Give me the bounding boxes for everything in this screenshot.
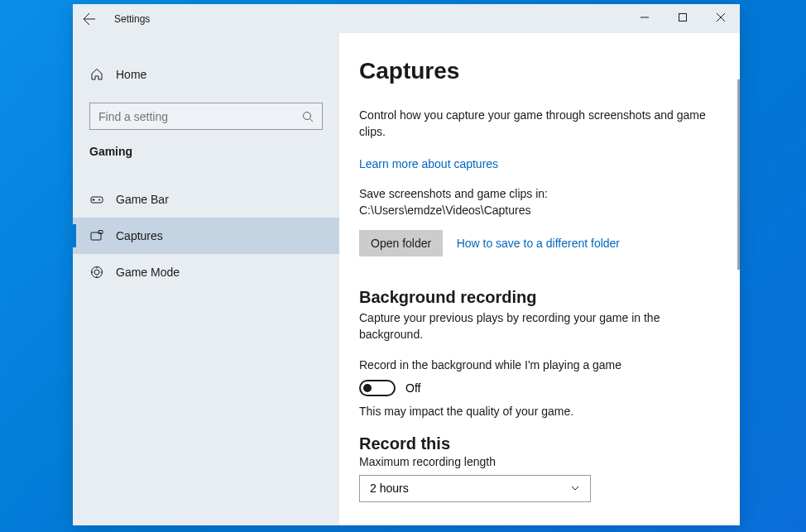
- save-location-text: Save screenshots and game clips in: C:\U…: [359, 186, 715, 218]
- scrollbar[interactable]: [737, 79, 740, 270]
- close-icon: [717, 13, 725, 22]
- record-this-heading: Record this: [359, 434, 720, 453]
- sidebar: Home Gaming Game Bar Captures: [73, 33, 339, 525]
- bg-recording-toggle[interactable]: [359, 380, 396, 396]
- sidebar-item-captures[interactable]: Captures: [73, 218, 339, 254]
- bg-recording-heading: Background recording: [359, 288, 720, 307]
- search-input-wrap[interactable]: [89, 103, 323, 130]
- svg-point-7: [94, 270, 99, 275]
- svg-rect-0: [679, 14, 687, 22]
- bg-recording-note: This may impact the quality of your game…: [359, 405, 720, 418]
- search-icon: [302, 111, 314, 122]
- sidebar-item-game-bar[interactable]: Game Bar: [73, 181, 339, 218]
- back-button[interactable]: [73, 4, 106, 33]
- maximize-icon: [679, 13, 687, 22]
- home-label: Home: [116, 68, 146, 81]
- titlebar: Settings: [73, 4, 740, 33]
- category-label: Gaming: [73, 145, 339, 158]
- max-length-select[interactable]: 2 hours: [359, 475, 591, 502]
- settings-window: Settings Home: [73, 4, 740, 525]
- sidebar-item-label: Game Bar: [116, 193, 169, 206]
- svg-point-3: [98, 199, 100, 201]
- page-title: Captures: [359, 58, 720, 84]
- main-content: Captures Control how you capture your ga…: [339, 33, 740, 525]
- bg-recording-desc: Capture your previous plays by recording…: [359, 310, 707, 343]
- sidebar-item-game-mode[interactable]: Game Mode: [73, 254, 339, 290]
- sidebar-item-label: Captures: [116, 229, 163, 242]
- close-button[interactable]: [702, 4, 740, 31]
- captures-icon: [89, 228, 104, 243]
- chevron-down-icon: [570, 483, 580, 493]
- diff-folder-link[interactable]: How to save to a different folder: [457, 237, 620, 250]
- svg-point-1: [304, 112, 311, 119]
- intro-text: Control how you capture your game throug…: [359, 108, 715, 140]
- learn-more-link[interactable]: Learn more about captures: [359, 157, 498, 170]
- maximize-button[interactable]: [664, 4, 702, 31]
- window-title: Settings: [114, 13, 150, 25]
- sidebar-item-label: Game Mode: [116, 266, 180, 279]
- max-length-label: Maximum recording length: [359, 455, 720, 468]
- game-bar-icon: [89, 192, 104, 207]
- home-nav[interactable]: Home: [73, 56, 339, 93]
- arrow-left-icon: [83, 12, 96, 26]
- open-folder-button[interactable]: Open folder: [359, 230, 443, 256]
- minimize-button[interactable]: [626, 4, 664, 31]
- bg-toggle-state: Off: [405, 381, 420, 395]
- select-value: 2 hours: [370, 482, 409, 495]
- search-input[interactable]: [98, 110, 302, 123]
- window-controls: [626, 4, 740, 31]
- game-mode-icon: [89, 265, 104, 280]
- minimize-icon: [640, 13, 649, 22]
- bg-toggle-label: Record in the background while I'm playi…: [359, 358, 720, 371]
- home-icon: [89, 67, 104, 82]
